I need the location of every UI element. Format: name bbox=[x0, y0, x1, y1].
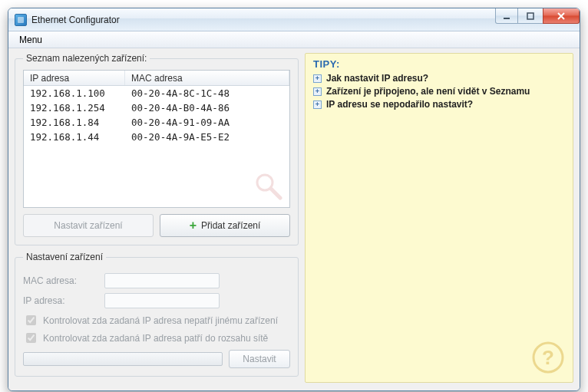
tip-item[interactable]: + Zařízení je připojeno, ale není vidět … bbox=[313, 86, 565, 97]
cell-mac: 00-20-4A-9A-E5-E2 bbox=[125, 130, 289, 143]
tip-item[interactable]: + Jak nastavit IP adresu? bbox=[313, 73, 565, 84]
device-list-panel: Seznam nalezených zařízení: IP adresa MA… bbox=[15, 53, 299, 245]
right-pane: TIPY: + Jak nastavit IP adresu? + Zaříze… bbox=[305, 53, 573, 383]
app-icon bbox=[15, 14, 27, 26]
expand-icon[interactable]: + bbox=[313, 74, 322, 83]
cell-mac: 00-20-4A-8C-1C-48 bbox=[125, 87, 289, 100]
settings-bottom-row: Nastavit bbox=[23, 350, 290, 368]
window-title: Ethernet Configurator bbox=[31, 15, 120, 25]
cell-mac: 00-20-4A-91-09-AA bbox=[125, 116, 289, 129]
content-area: Seznam nalezených zařízení: IP adresa MA… bbox=[8, 48, 580, 390]
tip-item[interactable]: + IP adresu se nepodařilo nastavit? bbox=[313, 99, 565, 110]
configure-device-button[interactable]: Nastavit zařízení bbox=[23, 214, 154, 237]
device-list-title: Seznam nalezených zařízení: bbox=[23, 53, 150, 64]
listview-header[interactable]: IP adresa MAC adresa bbox=[24, 71, 289, 86]
svg-rect-1 bbox=[527, 13, 533, 19]
help-icon: ? bbox=[531, 341, 565, 374]
ip-input[interactable] bbox=[104, 293, 220, 308]
close-button[interactable] bbox=[543, 8, 580, 24]
mac-row: MAC adresa: bbox=[23, 273, 290, 288]
ip-label: IP adresa: bbox=[23, 295, 100, 306]
cell-mac: 00-20-4A-B0-4A-86 bbox=[125, 101, 289, 114]
apply-button[interactable]: Nastavit bbox=[229, 350, 290, 368]
add-device-button[interactable]: + Přidat zařízení bbox=[160, 214, 290, 237]
menubar: Menu bbox=[8, 31, 580, 48]
device-listview[interactable]: IP adresa MAC adresa 192.168.1.100 00-20… bbox=[23, 70, 290, 208]
svg-rect-0 bbox=[504, 18, 510, 19]
table-row[interactable]: 192.168.1.44 00-20-4A-9A-E5-E2 bbox=[24, 130, 289, 144]
window-controls bbox=[496, 8, 580, 24]
check-conflict-checkbox[interactable] bbox=[26, 315, 36, 325]
cell-ip: 192.168.1.84 bbox=[24, 116, 125, 129]
device-buttons-row: Nastavit zařízení + Přidat zařízení bbox=[23, 214, 290, 237]
cell-ip: 192.168.1.44 bbox=[24, 130, 125, 143]
svg-text:?: ? bbox=[542, 346, 554, 369]
cell-ip: 192.168.1.254 bbox=[24, 101, 125, 114]
titlebar[interactable]: Ethernet Configurator bbox=[8, 8, 580, 31]
listview-body: 192.168.1.100 00-20-4A-8C-1C-48 192.168.… bbox=[24, 86, 289, 144]
plus-icon: + bbox=[190, 219, 197, 232]
app-window: Ethernet Configurator Menu Seznam naleze… bbox=[8, 8, 580, 391]
maximize-button[interactable] bbox=[517, 8, 543, 24]
column-header-ip[interactable]: IP adresa bbox=[24, 71, 125, 85]
tips-panel: TIPY: + Jak nastavit IP adresu? + Zaříze… bbox=[305, 53, 573, 383]
tips-title: TIPY: bbox=[313, 58, 565, 70]
menu-item-menu[interactable]: Menu bbox=[13, 33, 48, 47]
expand-icon[interactable]: + bbox=[313, 87, 322, 96]
left-pane: Seznam nalezených zařízení: IP adresa MA… bbox=[15, 53, 299, 383]
add-device-label: Přidat zařízení bbox=[201, 220, 260, 231]
mac-label: MAC adresa: bbox=[23, 275, 100, 286]
table-row[interactable]: 192.168.1.84 00-20-4A-91-09-AA bbox=[24, 115, 289, 130]
progress-bar bbox=[23, 352, 223, 366]
cell-ip: 192.168.1.100 bbox=[24, 87, 125, 100]
svg-line-3 bbox=[271, 189, 280, 198]
check-range-label: Kontrolovat zda zadaná IP adresa patří d… bbox=[43, 333, 268, 344]
table-row[interactable]: 192.168.1.100 00-20-4A-8C-1C-48 bbox=[24, 86, 289, 100]
check-range-checkbox[interactable] bbox=[26, 333, 36, 343]
tip-label: IP adresu se nepodařilo nastavit? bbox=[326, 99, 473, 110]
magnifier-icon bbox=[253, 170, 283, 201]
check-range-row: Kontrolovat zda zadaná IP adresa patří d… bbox=[23, 331, 290, 345]
check-conflict-row: Kontrolovat zda zadaná IP adresa nepatří… bbox=[23, 313, 290, 328]
column-header-mac[interactable]: MAC adresa bbox=[125, 71, 289, 85]
minimize-button[interactable] bbox=[495, 8, 518, 24]
mac-input[interactable] bbox=[104, 273, 220, 288]
tip-label: Zařízení je připojeno, ale není vidět v … bbox=[326, 86, 530, 97]
check-conflict-label: Kontrolovat zda zadaná IP adresa nepatří… bbox=[43, 315, 278, 326]
expand-icon[interactable]: + bbox=[313, 100, 322, 109]
tip-label: Jak nastavit IP adresu? bbox=[326, 73, 428, 84]
device-settings-panel: Nastavení zařízení MAC adresa: IP adresa… bbox=[15, 252, 299, 377]
configure-device-label: Nastavit zařízení bbox=[54, 220, 122, 231]
apply-button-label: Nastavit bbox=[243, 354, 276, 364]
settings-title: Nastavení zařízení bbox=[23, 252, 106, 262]
ip-row: IP adresa: bbox=[23, 293, 290, 308]
table-row[interactable]: 192.168.1.254 00-20-4A-B0-4A-86 bbox=[24, 100, 289, 115]
